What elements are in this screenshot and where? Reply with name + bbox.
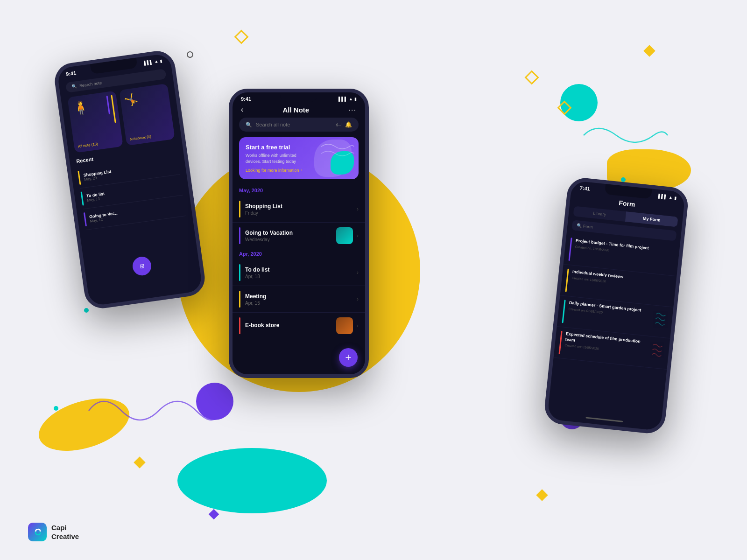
tag-icon: 🏷 xyxy=(336,121,341,128)
form-info-4: Expected schedule of film production tea… xyxy=(564,331,648,355)
illus-bar-2 xyxy=(106,96,110,114)
battery-icon-r: ▮ xyxy=(674,196,677,200)
chevron-icon-5: › xyxy=(357,322,359,329)
recent-color-bar-3 xyxy=(84,212,87,226)
battery-icon-c: ▮ xyxy=(354,97,357,101)
form-strip-2 xyxy=(565,269,569,292)
phone-center: 9:41 ▌▌▌ ▲ ▮ ‹ All Note ··· 🔍 Search all… xyxy=(229,89,369,378)
may-section-label: May, 2020 xyxy=(233,186,365,196)
note-info-todo: To do list Apr, 18 xyxy=(245,266,357,279)
form-info-1: Project budget - Time for film project C… xyxy=(575,238,675,259)
note-item-todo[interactable]: To do list Apr, 18 › xyxy=(233,259,365,286)
note-item-ebook[interactable]: E-book store › xyxy=(233,313,365,339)
note-info-meeting: Meeting Apr, 15 xyxy=(245,293,357,306)
search-placeholder-right: Form xyxy=(583,224,593,230)
search-icon-center: 🔍 xyxy=(246,122,252,128)
phones-container: 9:41 ▌▌▌ ▲ ▮ 🔍 Search note 🧍 xyxy=(0,0,747,560)
note-bar-shopping xyxy=(239,201,240,217)
time-right: 7:41 xyxy=(579,185,590,191)
phone-right: 7:41 ▌▌▌ ▲ ▮ Form Library My Form 🔍 Form… xyxy=(543,176,690,435)
chevron-icon-1: › xyxy=(357,206,359,212)
note-title-meeting: Meeting xyxy=(245,293,357,300)
promo-link[interactable]: Looking for more information › xyxy=(246,168,310,173)
promo-wavy xyxy=(319,140,356,168)
recent-color-bar-1 xyxy=(78,171,81,185)
logo-icon xyxy=(28,523,47,541)
chevron-icon-2: › xyxy=(357,232,359,239)
thumb-img-ebook xyxy=(336,317,353,334)
logo-line2: Creative xyxy=(51,532,79,541)
left-phone-content: 🔍 Search note 🧍 All note (18) 🤸 xyxy=(58,64,193,235)
wifi-icon-r: ▲ xyxy=(668,195,673,200)
phone-center-notch xyxy=(280,92,317,102)
note-item-meeting[interactable]: Meeting Apr, 15 › xyxy=(233,286,365,313)
phone-left: 9:41 ▌▌▌ ▲ ▮ 🔍 Search note 🧍 xyxy=(52,49,207,310)
notebook-cards: 🧍 All note (18) 🤸 Notebook (4) xyxy=(67,84,175,153)
status-icons-center: ▌▌▌ ▲ ▮ xyxy=(338,97,357,101)
right-title: Form xyxy=(619,199,635,208)
center-search-bar[interactable]: 🔍 Search all note 🏷 🔔 xyxy=(239,118,359,132)
note-title-shopping: Shopping List xyxy=(245,203,357,210)
chevron-icon-3: › xyxy=(357,269,359,276)
search-icon-left: 🔍 xyxy=(71,84,77,89)
search-placeholder-left: Search note xyxy=(79,80,102,88)
bell-icon: 🔔 xyxy=(345,121,352,128)
note-sub-todo: Apr, 18 xyxy=(245,274,357,279)
logo-svg xyxy=(32,526,43,538)
note-bar-ebook xyxy=(239,317,240,334)
logo-area: Capi Creative xyxy=(28,523,79,541)
fab-plus-icon: + xyxy=(345,351,352,364)
arrow-icon: › xyxy=(301,168,303,173)
note-info-shopping: Shopping List Friday xyxy=(245,203,357,216)
recent-color-bar-2 xyxy=(81,192,84,206)
note-thumb-vacation xyxy=(336,227,353,244)
status-icons-right: ▌▌▌ ▲ ▮ xyxy=(658,194,677,200)
fab-button[interactable]: + xyxy=(339,348,358,367)
logo-text: Capi Creative xyxy=(51,523,79,541)
action-icon: ⊞ xyxy=(139,263,145,270)
form-wavy-3 xyxy=(652,309,668,334)
apr-section-label: Apr, 2020 xyxy=(233,249,365,259)
note-info-vacation: Going to Vacation Wednesday xyxy=(245,230,336,242)
note-item-shopping[interactable]: Shopping List Friday › xyxy=(233,196,365,223)
note-item-vacation[interactable]: Going to Vacation Wednesday › xyxy=(233,223,365,249)
note-bar-meeting xyxy=(239,291,240,308)
search-text-center: Search all note xyxy=(256,122,332,127)
bottom-indicator xyxy=(585,417,623,422)
notebook-card-2[interactable]: 🤸 Notebook (4) xyxy=(119,84,175,146)
notebook-card-1[interactable]: 🧍 All note (18) xyxy=(67,91,123,153)
illus-figure-2: 🤸 xyxy=(123,92,139,107)
note-bar-todo xyxy=(239,264,240,281)
logo-line1: Capi xyxy=(51,523,79,532)
bottom-action-btn[interactable]: ⊞ xyxy=(131,256,152,277)
note-title-vacation: Going to Vacation xyxy=(245,230,336,236)
promo-desc: Works offline with unlimited devices. St… xyxy=(246,153,310,164)
thumb-img-vacation xyxy=(336,227,353,244)
more-button[interactable]: ··· xyxy=(348,106,357,113)
note-sub-shopping: Friday xyxy=(245,210,357,216)
form-strip-1 xyxy=(568,238,572,261)
note-bar-vacation xyxy=(239,227,240,244)
note-sub-vacation: Wednesday xyxy=(245,237,336,242)
search-icon-right: 🔍 xyxy=(577,223,583,228)
wifi-icon: ▲ xyxy=(154,59,159,64)
signal-icon-c: ▌▌▌ xyxy=(338,97,347,101)
illus-figure-1: 🧍 xyxy=(72,99,90,117)
note-title-todo: To do list xyxy=(245,266,357,273)
status-icons-left: ▌▌▌ ▲ ▮ xyxy=(144,58,162,65)
center-title: All Note xyxy=(243,106,348,114)
notebook-label: Notebook (4) xyxy=(129,134,151,141)
chevron-icon-4: › xyxy=(357,296,359,302)
promo-card[interactable]: Start a free trial Works offline with un… xyxy=(239,137,359,179)
battery-icon: ▮ xyxy=(160,58,162,63)
note-info-ebook: E-book store xyxy=(245,322,336,329)
all-note-label: All note (18) xyxy=(78,142,98,149)
signal-icon: ▌▌▌ xyxy=(144,60,153,66)
time-center: 9:41 xyxy=(241,96,251,102)
promo-decoration xyxy=(307,137,359,179)
illus-bar-1 xyxy=(111,95,116,123)
form-wavy-4 xyxy=(648,340,665,365)
wifi-icon-c: ▲ xyxy=(349,97,353,101)
note-sub-meeting: Apr, 15 xyxy=(245,301,357,306)
center-phone-header: ‹ All Note ··· xyxy=(233,104,365,118)
